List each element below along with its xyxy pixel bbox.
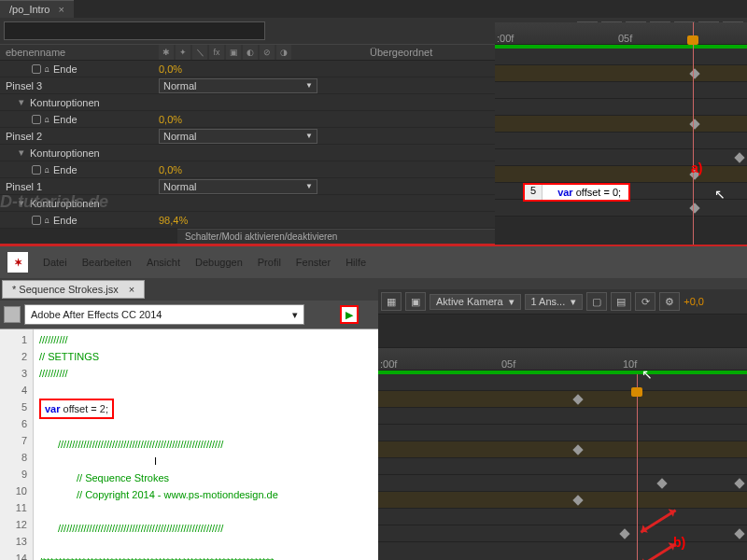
blend-mode-select[interactable]: Normal▼	[159, 179, 317, 194]
property-value[interactable]: 0,0%	[159, 164, 182, 175]
menu-item[interactable]: Ansicht	[147, 257, 180, 268]
property-value[interactable]: 98,4%	[159, 215, 188, 226]
menu-item[interactable]: Debuggen	[195, 257, 243, 268]
stopwatch-icon[interactable]	[32, 64, 41, 74]
stopwatch-icon[interactable]	[32, 165, 41, 175]
panel-icon[interactable]: ⟳	[635, 292, 655, 311]
blend-mode-select[interactable]: Normal▼	[159, 78, 317, 93]
link-icon[interactable]	[4, 306, 21, 323]
blend-mode-select[interactable]: Normal▼	[159, 129, 317, 144]
chevron-down-icon: ▾	[292, 309, 298, 321]
timeline-graph[interactable]: :00f 05f	[495, 22, 747, 245]
views-select[interactable]: 1 Ans...▾	[525, 294, 584, 310]
menu-item[interactable]: Fenster	[296, 257, 331, 268]
col-switches: ✱✦＼fx▣◐⊘◑	[159, 45, 364, 60]
layer-label: Pinsel 2	[6, 131, 42, 142]
estk-logo-icon: ✶	[7, 252, 28, 273]
comp-tab-label: /po_Intro	[9, 4, 49, 15]
time-ruler[interactable]: :00f 05f	[495, 22, 747, 45]
layer-label: Ende	[53, 215, 78, 226]
menu-item[interactable]: Hilfe	[345, 257, 366, 268]
script-tab[interactable]: * Sequence Strokes.jsx ×	[2, 280, 145, 299]
layer-label: Konturoptionen	[30, 97, 100, 108]
cursor-icon: ↖	[714, 187, 726, 202]
menu-item[interactable]: Profil	[258, 257, 281, 268]
layer-label: Ende	[53, 164, 78, 175]
run-button[interactable]: ▶	[340, 305, 359, 324]
text-cursor-icon: I	[154, 455, 157, 467]
grid-icon[interactable]: ▦	[381, 292, 402, 311]
panel-icon[interactable]: ⚙	[659, 292, 680, 311]
menubar: ✶ DateiBearbeitenAnsichtDebuggenProfilFe…	[0, 246, 747, 278]
close-icon[interactable]: ×	[129, 284, 134, 295]
menu-item[interactable]: Bearbeiten	[82, 257, 132, 268]
search-input[interactable]	[4, 21, 265, 40]
time-offset[interactable]: +0,0	[684, 296, 704, 307]
property-value[interactable]: 0,0%	[159, 63, 182, 75]
menu-item[interactable]: Datei	[43, 257, 67, 268]
close-icon[interactable]: ×	[58, 4, 63, 15]
target-app-select[interactable]: Adobe After Effects CC 2014 ▾	[24, 304, 304, 325]
layer-label: Ende	[53, 114, 78, 125]
line-gutter: 1234567891011121314	[0, 329, 34, 560]
cti-head[interactable]	[687, 35, 698, 45]
secondary-timeline: ▦ ▣ Aktive Kamera▾ 1 Ans...▾ ▢ ▤ ⟳ ⚙ +0,…	[378, 289, 747, 560]
watermark: D-tutorials.de	[0, 192, 108, 212]
cti-head[interactable]	[631, 387, 642, 397]
panel-icon[interactable]: ▤	[611, 292, 631, 311]
stopwatch-icon[interactable]	[32, 216, 41, 225]
annotation-a: a)	[691, 161, 702, 175]
layer-label: Pinsel 3	[6, 80, 42, 91]
col-name: ebenenname	[0, 45, 159, 60]
panel-icon[interactable]: ▢	[586, 292, 607, 311]
comp-tab[interactable]: /po_Intro ×	[0, 0, 74, 18]
property-value[interactable]: 0,0%	[159, 114, 182, 125]
layer-label: Konturoptionen	[30, 147, 100, 159]
time-ruler-2[interactable]: :00f05f10f	[378, 348, 747, 371]
mask-icon[interactable]: ▣	[405, 292, 426, 311]
code-callout-a: 5 var offset = 0;	[523, 183, 630, 202]
layer-label: Ende	[53, 63, 78, 75]
code-body[interactable]: ////////// // SETTINGS ////////// var of…	[34, 329, 284, 560]
camera-select[interactable]: Aktive Kamera▾	[430, 294, 521, 310]
stopwatch-icon[interactable]	[32, 115, 41, 124]
arrow-annotation	[641, 543, 677, 560]
cursor-icon: ↖	[641, 367, 653, 382]
layer-label: Pinsel 1	[6, 181, 42, 192]
col-parent: Übergeordnet	[364, 45, 495, 60]
